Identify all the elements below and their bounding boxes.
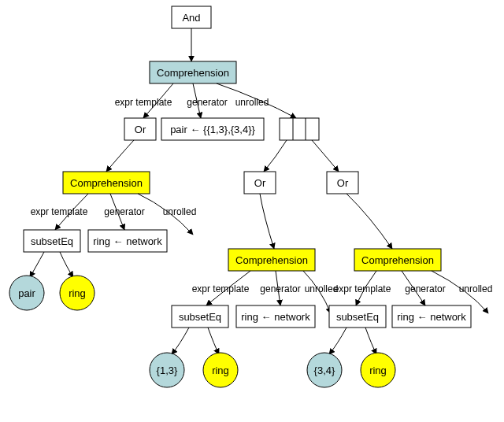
ring1-label: ring [69, 287, 86, 299]
pair-label: pair [18, 287, 35, 299]
node-gen2: ring ← network [88, 230, 167, 252]
node-unrolled-record [280, 118, 319, 140]
edge [30, 252, 44, 277]
edge [208, 328, 219, 354]
node-or2: Or [244, 172, 276, 194]
or1-label: Or [135, 124, 146, 135]
node-ring4: ring [361, 353, 395, 387]
edge [329, 328, 346, 354]
edge [60, 252, 73, 277]
edge [264, 140, 287, 172]
node-comp1: Comprehension [150, 61, 236, 83]
gen2-label: ring ← network [93, 235, 162, 247]
edge [106, 140, 134, 172]
ring4-label: ring [369, 365, 387, 376]
node-and: And [172, 6, 211, 28]
gen4-label: ring ← network [397, 311, 466, 323]
edge-label: expr template [115, 97, 172, 108]
or2-label: Or [254, 177, 266, 189]
node-pair: pair [9, 276, 44, 310]
edge [312, 140, 339, 172]
set34-label: {3,4} [314, 365, 335, 376]
tree-diagram: And Comprehension expr template generato… [0, 0, 504, 422]
edge-label: generator [187, 97, 227, 108]
edge [260, 194, 274, 249]
comp4-label: Comprehension [361, 254, 434, 266]
edge-label: generator [104, 206, 144, 217]
node-subset4: subsetEq [329, 305, 386, 328]
node-subset1: subsetEq [24, 230, 80, 252]
node-set13: {1,3} [150, 353, 184, 387]
node-gen4: ring ← network [392, 305, 471, 328]
edge-label: expr template [31, 206, 88, 217]
node-ring3: ring [203, 353, 238, 387]
gen3-label: ring ← network [241, 311, 310, 323]
node-ring1: ring [60, 276, 94, 310]
svg-rect-4 [280, 118, 319, 140]
node-comp2: Comprehension [63, 172, 150, 194]
node-comp4: Comprehension [354, 249, 441, 271]
node-gen3: ring ← network [236, 305, 315, 328]
edge [365, 328, 376, 354]
and-label: And [182, 12, 200, 24]
edge [172, 328, 189, 354]
ring3-label: ring [212, 365, 229, 376]
gen1-label: pair ← {{1,3},{3,4}} [170, 124, 255, 135]
set13-label: {1,3} [157, 365, 178, 376]
node-comp3: Comprehension [228, 249, 315, 271]
node-or1: Or [124, 118, 156, 140]
subset3-label: subsetEq [179, 311, 221, 323]
edge-label: generator [260, 283, 300, 294]
subset4-label: subsetEq [336, 311, 379, 323]
comp3-label: Comprehension [235, 254, 308, 266]
node-gen1: pair ← {{1,3},{3,4}} [161, 118, 264, 140]
edge-label: unrolled [459, 283, 493, 294]
comp1-label: Comprehension [157, 67, 229, 79]
node-or3: Or [327, 172, 358, 194]
node-set34: {3,4} [307, 353, 342, 387]
node-subset3: subsetEq [172, 305, 228, 328]
edge [346, 194, 392, 249]
comp2-label: Comprehension [70, 177, 143, 189]
subset1-label: subsetEq [31, 235, 73, 247]
edge-label: expr template [192, 283, 250, 294]
or3-label: Or [337, 177, 349, 189]
